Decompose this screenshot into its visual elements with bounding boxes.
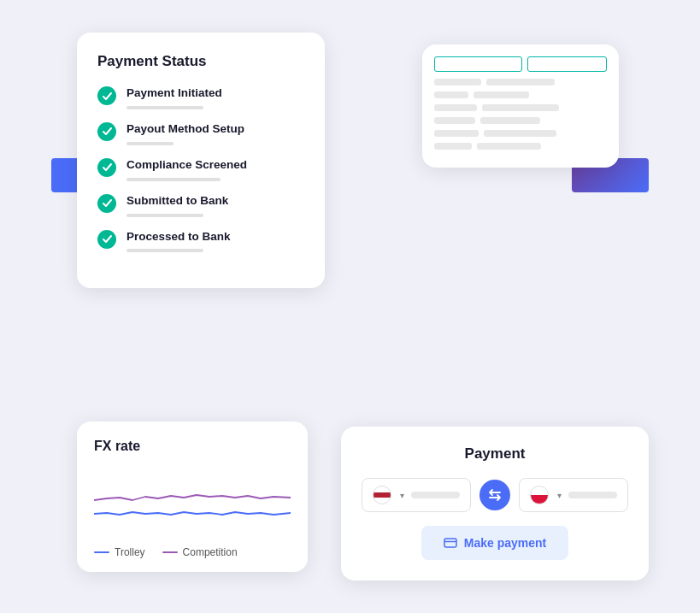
status-label-payout: Payout Method Setup: [126, 121, 304, 138]
make-payment-label: Make payment: [464, 536, 546, 550]
status-label-initiated: Payment Initiated: [126, 85, 304, 102]
status-item-initiated: Payment Initiated: [97, 85, 304, 118]
competition-legend-line: [162, 551, 178, 554]
payment-currency-row: ▾ ▾: [362, 478, 628, 512]
to-currency-selector[interactable]: ▾: [519, 478, 628, 512]
fx-rate-title: FX rate: [94, 439, 291, 454]
from-currency-selector[interactable]: ▾: [362, 478, 471, 512]
chart-legend: Trolley Competition: [94, 546, 291, 558]
status-item-compliance: Compliance Screened: [97, 157, 304, 190]
table-row: [434, 143, 607, 150]
from-currency-chevron: ▾: [400, 491, 404, 500]
to-currency-chevron: ▾: [557, 491, 562, 500]
payment-card: Payment ▾ ▾ Make payment: [341, 427, 649, 581]
payment-title: Payment: [362, 445, 628, 463]
status-bar-processed: [126, 249, 203, 252]
payment-status-card: Payment Status Payment Initiated Payout …: [77, 32, 325, 288]
us-flag-icon: [373, 486, 391, 504]
table-header-row: [434, 56, 607, 72]
pl-flag-icon: [530, 486, 549, 504]
status-item-bank: Submitted to Bank: [97, 193, 304, 226]
table-mock: [434, 56, 607, 150]
table-header-col2: [527, 56, 607, 72]
table-header-col1: [434, 56, 522, 72]
legend-trolley: Trolley: [94, 546, 145, 558]
trolley-line: [94, 512, 291, 515]
status-label-compliance: Compliance Screened: [126, 157, 304, 174]
payment-status-title: Payment Status: [97, 53, 304, 70]
fx-rate-card: FX rate Trolley Competition: [77, 421, 308, 572]
check-icon-bank: [97, 194, 116, 213]
check-icon-payout: [97, 122, 116, 141]
trolley-legend-line: [94, 551, 109, 554]
table-row: [434, 130, 607, 137]
from-currency-bar: [411, 492, 460, 498]
table-row: [434, 104, 607, 111]
check-icon-initiated: [97, 86, 116, 105]
table-row: [434, 79, 607, 85]
make-payment-button[interactable]: Make payment: [421, 526, 568, 560]
check-icon-processed: [97, 230, 116, 249]
legend-competition: Competition: [162, 546, 238, 558]
trolley-legend-label: Trolley: [115, 546, 145, 558]
swap-icon: [487, 487, 503, 503]
status-item-payout: Payout Method Setup: [97, 121, 304, 154]
table-row: [434, 91, 607, 98]
fx-chart-area: [94, 468, 291, 536]
status-bar-bank: [126, 214, 203, 217]
to-currency-bar: [568, 492, 617, 498]
payment-icon: [444, 536, 457, 550]
table-card: [422, 44, 619, 168]
status-label-bank: Submitted to Bank: [126, 193, 304, 209]
competition-line: [94, 495, 291, 500]
status-bar-payout: [126, 142, 174, 145]
table-row: [434, 117, 607, 124]
status-bar-initiated: [126, 106, 203, 109]
swap-button[interactable]: [479, 480, 510, 510]
competition-legend-label: Competition: [183, 546, 238, 558]
status-item-processed: Processed to Bank: [97, 229, 304, 262]
status-bar-compliance: [126, 178, 221, 181]
status-label-processed: Processed to Bank: [126, 229, 304, 245]
check-icon-compliance: [97, 158, 116, 177]
svg-rect-0: [444, 539, 456, 547]
